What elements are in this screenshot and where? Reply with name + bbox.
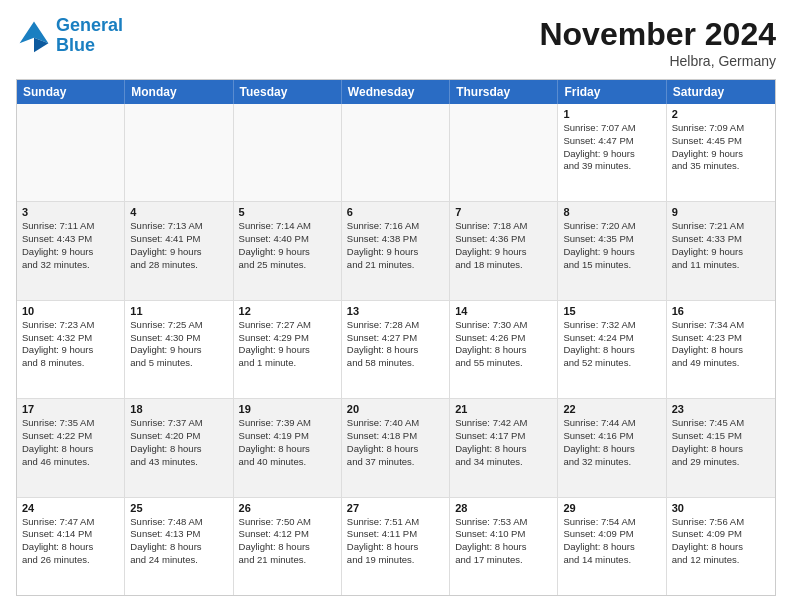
day-number-15: 15 bbox=[563, 305, 660, 317]
logo-line1: General bbox=[56, 15, 123, 35]
cal-cell-0-2 bbox=[234, 104, 342, 201]
weekday-tuesday: Tuesday bbox=[234, 80, 342, 104]
day-info-28: Sunrise: 7:53 AM Sunset: 4:10 PM Dayligh… bbox=[455, 516, 552, 567]
cal-cell-1-2: 5Sunrise: 7:14 AM Sunset: 4:40 PM Daylig… bbox=[234, 202, 342, 299]
cal-cell-2-0: 10Sunrise: 7:23 AM Sunset: 4:32 PM Dayli… bbox=[17, 301, 125, 398]
month-title: November 2024 bbox=[539, 16, 776, 53]
day-info-22: Sunrise: 7:44 AM Sunset: 4:16 PM Dayligh… bbox=[563, 417, 660, 468]
day-number-7: 7 bbox=[455, 206, 552, 218]
day-number-8: 8 bbox=[563, 206, 660, 218]
day-info-20: Sunrise: 7:40 AM Sunset: 4:18 PM Dayligh… bbox=[347, 417, 444, 468]
cal-cell-1-1: 4Sunrise: 7:13 AM Sunset: 4:41 PM Daylig… bbox=[125, 202, 233, 299]
weekday-sunday: Sunday bbox=[17, 80, 125, 104]
day-info-8: Sunrise: 7:20 AM Sunset: 4:35 PM Dayligh… bbox=[563, 220, 660, 271]
day-number-24: 24 bbox=[22, 502, 119, 514]
day-info-12: Sunrise: 7:27 AM Sunset: 4:29 PM Dayligh… bbox=[239, 319, 336, 370]
day-number-11: 11 bbox=[130, 305, 227, 317]
cal-cell-2-6: 16Sunrise: 7:34 AM Sunset: 4:23 PM Dayli… bbox=[667, 301, 775, 398]
logo-line2: Blue bbox=[56, 35, 95, 55]
cal-cell-0-0 bbox=[17, 104, 125, 201]
title-block: November 2024 Helbra, Germany bbox=[539, 16, 776, 69]
day-info-16: Sunrise: 7:34 AM Sunset: 4:23 PM Dayligh… bbox=[672, 319, 770, 370]
weekday-friday: Friday bbox=[558, 80, 666, 104]
cal-cell-3-2: 19Sunrise: 7:39 AM Sunset: 4:19 PM Dayli… bbox=[234, 399, 342, 496]
cal-cell-3-5: 22Sunrise: 7:44 AM Sunset: 4:16 PM Dayli… bbox=[558, 399, 666, 496]
day-number-22: 22 bbox=[563, 403, 660, 415]
day-info-26: Sunrise: 7:50 AM Sunset: 4:12 PM Dayligh… bbox=[239, 516, 336, 567]
day-number-19: 19 bbox=[239, 403, 336, 415]
cal-cell-2-5: 15Sunrise: 7:32 AM Sunset: 4:24 PM Dayli… bbox=[558, 301, 666, 398]
cal-cell-3-0: 17Sunrise: 7:35 AM Sunset: 4:22 PM Dayli… bbox=[17, 399, 125, 496]
cal-cell-1-3: 6Sunrise: 7:16 AM Sunset: 4:38 PM Daylig… bbox=[342, 202, 450, 299]
cal-cell-3-1: 18Sunrise: 7:37 AM Sunset: 4:20 PM Dayli… bbox=[125, 399, 233, 496]
weekday-thursday: Thursday bbox=[450, 80, 558, 104]
cal-cell-3-4: 21Sunrise: 7:42 AM Sunset: 4:17 PM Dayli… bbox=[450, 399, 558, 496]
day-number-20: 20 bbox=[347, 403, 444, 415]
day-number-4: 4 bbox=[130, 206, 227, 218]
cal-row-0: 1Sunrise: 7:07 AM Sunset: 4:47 PM Daylig… bbox=[17, 104, 775, 202]
day-number-5: 5 bbox=[239, 206, 336, 218]
day-info-4: Sunrise: 7:13 AM Sunset: 4:41 PM Dayligh… bbox=[130, 220, 227, 271]
location: Helbra, Germany bbox=[539, 53, 776, 69]
day-info-3: Sunrise: 7:11 AM Sunset: 4:43 PM Dayligh… bbox=[22, 220, 119, 271]
weekday-wednesday: Wednesday bbox=[342, 80, 450, 104]
cal-cell-0-3 bbox=[342, 104, 450, 201]
cal-cell-2-1: 11Sunrise: 7:25 AM Sunset: 4:30 PM Dayli… bbox=[125, 301, 233, 398]
day-number-10: 10 bbox=[22, 305, 119, 317]
day-number-25: 25 bbox=[130, 502, 227, 514]
day-info-24: Sunrise: 7:47 AM Sunset: 4:14 PM Dayligh… bbox=[22, 516, 119, 567]
day-number-17: 17 bbox=[22, 403, 119, 415]
calendar-header: Sunday Monday Tuesday Wednesday Thursday… bbox=[17, 80, 775, 104]
day-info-27: Sunrise: 7:51 AM Sunset: 4:11 PM Dayligh… bbox=[347, 516, 444, 567]
day-number-3: 3 bbox=[22, 206, 119, 218]
cal-cell-2-3: 13Sunrise: 7:28 AM Sunset: 4:27 PM Dayli… bbox=[342, 301, 450, 398]
day-info-25: Sunrise: 7:48 AM Sunset: 4:13 PM Dayligh… bbox=[130, 516, 227, 567]
cal-cell-3-3: 20Sunrise: 7:40 AM Sunset: 4:18 PM Dayli… bbox=[342, 399, 450, 496]
day-info-2: Sunrise: 7:09 AM Sunset: 4:45 PM Dayligh… bbox=[672, 122, 770, 173]
day-info-29: Sunrise: 7:54 AM Sunset: 4:09 PM Dayligh… bbox=[563, 516, 660, 567]
day-info-21: Sunrise: 7:42 AM Sunset: 4:17 PM Dayligh… bbox=[455, 417, 552, 468]
cal-row-2: 10Sunrise: 7:23 AM Sunset: 4:32 PM Dayli… bbox=[17, 301, 775, 399]
day-info-17: Sunrise: 7:35 AM Sunset: 4:22 PM Dayligh… bbox=[22, 417, 119, 468]
day-number-1: 1 bbox=[563, 108, 660, 120]
logo-text: General Blue bbox=[56, 16, 123, 56]
cal-cell-4-0: 24Sunrise: 7:47 AM Sunset: 4:14 PM Dayli… bbox=[17, 498, 125, 595]
cal-cell-0-4 bbox=[450, 104, 558, 201]
day-info-9: Sunrise: 7:21 AM Sunset: 4:33 PM Dayligh… bbox=[672, 220, 770, 271]
cal-cell-2-4: 14Sunrise: 7:30 AM Sunset: 4:26 PM Dayli… bbox=[450, 301, 558, 398]
day-number-30: 30 bbox=[672, 502, 770, 514]
cal-cell-2-2: 12Sunrise: 7:27 AM Sunset: 4:29 PM Dayli… bbox=[234, 301, 342, 398]
day-number-14: 14 bbox=[455, 305, 552, 317]
day-number-29: 29 bbox=[563, 502, 660, 514]
header: General Blue November 2024 Helbra, Germa… bbox=[16, 16, 776, 69]
day-info-30: Sunrise: 7:56 AM Sunset: 4:09 PM Dayligh… bbox=[672, 516, 770, 567]
day-info-10: Sunrise: 7:23 AM Sunset: 4:32 PM Dayligh… bbox=[22, 319, 119, 370]
page: General Blue November 2024 Helbra, Germa… bbox=[0, 0, 792, 612]
cal-cell-4-3: 27Sunrise: 7:51 AM Sunset: 4:11 PM Dayli… bbox=[342, 498, 450, 595]
day-number-6: 6 bbox=[347, 206, 444, 218]
day-number-21: 21 bbox=[455, 403, 552, 415]
day-info-5: Sunrise: 7:14 AM Sunset: 4:40 PM Dayligh… bbox=[239, 220, 336, 271]
day-number-9: 9 bbox=[672, 206, 770, 218]
cal-cell-0-1 bbox=[125, 104, 233, 201]
cal-row-1: 3Sunrise: 7:11 AM Sunset: 4:43 PM Daylig… bbox=[17, 202, 775, 300]
cal-cell-0-5: 1Sunrise: 7:07 AM Sunset: 4:47 PM Daylig… bbox=[558, 104, 666, 201]
weekday-monday: Monday bbox=[125, 80, 233, 104]
calendar-body: 1Sunrise: 7:07 AM Sunset: 4:47 PM Daylig… bbox=[17, 104, 775, 595]
cal-cell-4-2: 26Sunrise: 7:50 AM Sunset: 4:12 PM Dayli… bbox=[234, 498, 342, 595]
cal-cell-1-6: 9Sunrise: 7:21 AM Sunset: 4:33 PM Daylig… bbox=[667, 202, 775, 299]
day-number-16: 16 bbox=[672, 305, 770, 317]
cal-row-4: 24Sunrise: 7:47 AM Sunset: 4:14 PM Dayli… bbox=[17, 498, 775, 595]
cal-cell-1-0: 3Sunrise: 7:11 AM Sunset: 4:43 PM Daylig… bbox=[17, 202, 125, 299]
cal-cell-4-4: 28Sunrise: 7:53 AM Sunset: 4:10 PM Dayli… bbox=[450, 498, 558, 595]
day-info-13: Sunrise: 7:28 AM Sunset: 4:27 PM Dayligh… bbox=[347, 319, 444, 370]
cal-cell-4-6: 30Sunrise: 7:56 AM Sunset: 4:09 PM Dayli… bbox=[667, 498, 775, 595]
day-number-12: 12 bbox=[239, 305, 336, 317]
day-info-6: Sunrise: 7:16 AM Sunset: 4:38 PM Dayligh… bbox=[347, 220, 444, 271]
day-info-11: Sunrise: 7:25 AM Sunset: 4:30 PM Dayligh… bbox=[130, 319, 227, 370]
cal-cell-1-5: 8Sunrise: 7:20 AM Sunset: 4:35 PM Daylig… bbox=[558, 202, 666, 299]
day-info-14: Sunrise: 7:30 AM Sunset: 4:26 PM Dayligh… bbox=[455, 319, 552, 370]
day-info-19: Sunrise: 7:39 AM Sunset: 4:19 PM Dayligh… bbox=[239, 417, 336, 468]
logo: General Blue bbox=[16, 16, 123, 56]
cal-cell-4-5: 29Sunrise: 7:54 AM Sunset: 4:09 PM Dayli… bbox=[558, 498, 666, 595]
